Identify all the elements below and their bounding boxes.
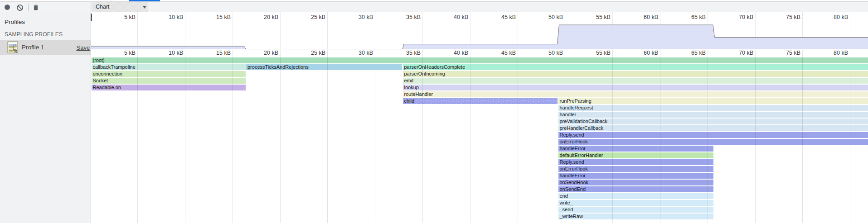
svg-text:%: % — [13, 48, 17, 53]
